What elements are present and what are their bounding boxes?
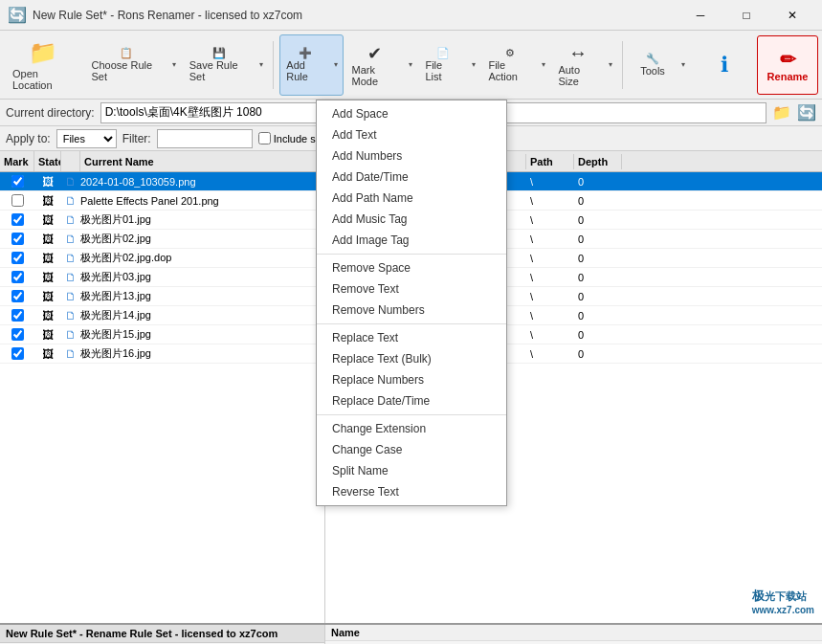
file-action-button[interactable]: File Action [481,35,537,95]
add-rule-arrow[interactable]: ▾ [330,35,342,95]
file-checkbox[interactable] [11,175,24,188]
menu-item[interactable]: Remove Numbers [317,300,506,321]
add-rule-button[interactable]: Add Rule [280,35,330,95]
path-cell: \ [526,194,574,208]
auto-size-button[interactable]: Auto Size [551,35,604,95]
file-checkbox[interactable] [11,194,24,207]
file-row[interactable]: 🖼 🗋 极光图片15.jpg [0,325,324,344]
rename-icon [780,48,796,71]
file-checkbox[interactable] [11,290,24,302]
col-header-state[interactable]: State [34,151,61,171]
file-checkbox[interactable] [11,233,24,245]
file-row[interactable]: 🖼 🗋 2024-01-08_103059.png [0,172,324,191]
apply-to-select[interactable]: Files Folders All [56,129,117,148]
close-button[interactable]: ✕ [770,0,814,31]
file-icon: 🗋 [65,233,77,246]
menu-item[interactable]: Remove Space [317,257,506,278]
menu-item[interactable]: Add Music Tag [317,209,506,230]
depth-cell: 0 [574,194,622,208]
file-list-button[interactable]: File List [418,35,466,95]
menu-item[interactable]: Change Case [317,439,506,460]
file-row[interactable]: 🖼 🗋 极光图片01.jpg [0,211,324,230]
file-row[interactable]: 🖼 🗋 极光图片14.jpg [0,306,324,325]
file-state-icon: 🖼 [42,347,54,361]
info-button[interactable] [696,35,753,95]
file-name-cell: Palette Effects Panel 201.png [80,195,324,207]
file-name-cell: 极光图片02.jpg.dop [80,251,324,265]
menu-item[interactable]: Replace Date/Time [317,390,506,411]
file-row[interactable]: 🖼 🗋 极光图片02.jpg.dop [0,249,324,268]
include-subdirs-checkbox[interactable] [258,132,271,144]
menu-separator [317,254,506,255]
file-type-icon: 🗋 [61,290,80,303]
refresh-icon[interactable]: 🔄 [797,103,816,122]
path-cell: \ [526,271,574,284]
file-checkbox[interactable] [11,213,24,226]
tools-button[interactable]: Tools [629,35,677,95]
folder-browse-icon[interactable]: 📁 [772,103,791,122]
path-cell: \ [526,309,574,322]
choose-rule-set-button[interactable]: Choose Rule Set [85,35,169,95]
file-state-icon: 🖼 [42,271,54,284]
col-header-path[interactable]: Path [526,154,574,169]
menu-item[interactable]: Add Date/Time [317,167,506,188]
file-table-header: Mark State Current Name [0,151,324,172]
mark-mode-arrow[interactable]: ▾ [405,35,417,95]
save-rule-set-arrow[interactable]: ▾ [255,35,268,95]
file-list: 🖼 🗋 2024-01-08_103059.png 🖼 🗋 Palette Ef… [0,172,324,623]
file-name-cell: 极光图片03.jpg [80,270,324,284]
minimize-button[interactable]: ─ [678,0,722,31]
file-row[interactable]: 🖼 🗋 极光图片02.jpg [0,230,324,249]
file-type-icon: 🗋 [61,194,80,208]
file-mark-cell [0,347,34,360]
file-state-cell: 🖼 [34,328,61,342]
menu-item[interactable]: Reverse Text [317,481,506,502]
choose-rule-set-arrow[interactable]: ▾ [168,35,181,95]
file-checkbox[interactable] [11,271,24,283]
col-header-mark[interactable]: Mark [0,151,34,171]
file-checkbox[interactable] [11,328,24,341]
file-icon: 🗋 [65,347,77,361]
file-row[interactable]: 🖼 🗋 极光图片16.jpg [0,344,324,364]
file-row[interactable]: 🖼 🗋 Palette Effects Panel 201.png [0,191,324,211]
file-action-arrow[interactable]: ▾ [538,35,550,95]
file-type-icon: 🗋 [61,271,80,284]
file-list-arrow[interactable]: ▾ [467,35,480,95]
menu-item[interactable]: Remove Text [317,278,506,300]
tools-arrow[interactable]: ▾ [677,35,690,95]
save-rule-set-button[interactable]: Save Rule Set [183,35,255,95]
rename-button[interactable]: Rename [757,35,818,95]
open-location-button[interactable]: Open Location [4,35,83,95]
menu-item[interactable]: Change Extension [317,418,506,439]
bottom-section: New Rule Set* - Rename Rule Set - licens… [0,623,822,644]
menu-item[interactable]: Replace Text [317,327,506,348]
file-name-cell: 极光图片15.jpg [80,327,324,342]
menu-item[interactable]: Replace Numbers [317,369,506,390]
file-row[interactable]: 🖼 🗋 极光图片13.jpg [0,287,324,306]
file-row[interactable]: 🖼 🗋 极光图片03.jpg [0,268,324,287]
file-state-icon: 🖼 [42,233,54,246]
file-mark-cell [0,194,34,207]
file-checkbox[interactable] [11,309,24,322]
file-pane: Mark State Current Name 🖼 🗋 2024-01-08_1… [0,151,325,623]
bottom-left: New Rule Set* - Rename Rule Set - licens… [0,625,325,644]
menu-item[interactable]: Add Path Name [317,188,506,209]
file-mark-cell [0,290,34,302]
col-header-depth[interactable]: Depth [574,154,622,169]
menu-item[interactable]: Replace Text (Bulk) [317,348,506,369]
file-state-cell: 🖼 [34,347,61,361]
file-checkbox[interactable] [11,252,24,264]
col-header-name[interactable]: Current Name [80,151,324,171]
maximize-button[interactable]: □ [724,0,768,31]
menu-item[interactable]: Add Text [317,124,506,145]
file-name-cell: 极光图片14.jpg [80,308,324,322]
menu-item[interactable]: Add Numbers [317,145,506,167]
menu-item[interactable]: Split Name [317,460,506,481]
mark-mode-button[interactable]: Mark Mode [345,35,405,95]
depth-cell: 0 [574,213,622,227]
menu-item[interactable]: Add Image Tag [317,230,506,251]
file-checkbox[interactable] [11,347,24,360]
menu-item[interactable]: Add Space [317,103,506,124]
filter-input[interactable] [157,129,253,148]
auto-size-arrow[interactable]: ▾ [605,35,617,95]
